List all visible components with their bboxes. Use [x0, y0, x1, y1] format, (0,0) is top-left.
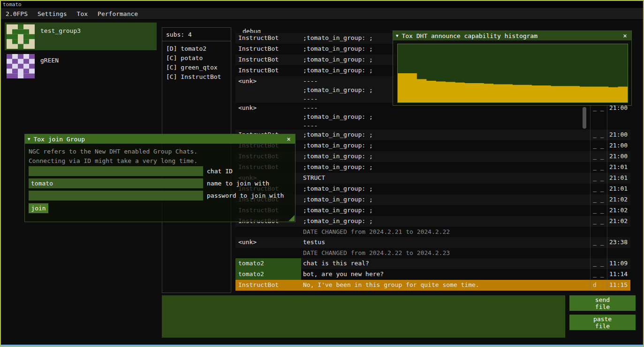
message-time: 21:02: [609, 217, 628, 224]
message-status: _ _: [593, 196, 604, 203]
sender-name: InstructBot: [238, 45, 279, 52]
group-avatar: [7, 54, 35, 78]
message-input[interactable]: [162, 295, 565, 338]
message-row[interactable]: tomato2chat is this real?_ _11:09: [235, 258, 630, 269]
message-status: _ _: [593, 131, 604, 138]
send-file-button-line2: file: [595, 303, 610, 310]
menu-tox[interactable]: Tox: [77, 10, 88, 17]
date-change-text: DATE CHANGED from 2024.2.21 to 2024.2.22: [303, 228, 450, 235]
sender-name: tomato2: [238, 260, 264, 267]
histogram-window: ▼ Tox DHT announce capability histogram …: [393, 31, 632, 106]
message-text: ;tomato_in_group: ;: [303, 163, 373, 170]
histogram-window-titlebar[interactable]: ▼ Tox DHT announce capability histogram …: [393, 31, 631, 40]
message-text: ;tomato_in_group: ;: [303, 153, 373, 160]
date-change-text: DATE CHANGED from 2024.2.22 to 2024.2.23: [303, 249, 450, 256]
message-status: _ _: [593, 270, 604, 278]
menu-bar: 2.0FPS SettingsToxPerformance: [1, 8, 643, 20]
histogram-plot-svg: [398, 44, 628, 102]
message-status: _ _: [593, 217, 604, 224]
message-row[interactable]: tomato2bot, are you new here?_ _11:14: [235, 269, 630, 280]
fps-counter: 2.0FPS: [6, 10, 28, 17]
message-status: _ _: [593, 207, 604, 214]
message-status: _ _: [593, 260, 604, 267]
message-status: _ _: [593, 153, 604, 160]
join-group-window: ▼ Tox join Group × NGC refers to the New…: [24, 134, 295, 222]
sender-name: InstructBot: [238, 281, 279, 288]
message-time: 21:01: [609, 163, 628, 170]
group-name: test_group3: [40, 27, 81, 34]
chat-scrollbar[interactable]: [583, 107, 586, 129]
member-item[interactable]: [C] InstructBot: [166, 73, 221, 82]
resize-grip[interactable]: [288, 215, 295, 221]
send-file-button-line1: send: [595, 296, 610, 303]
sender-name: <unk>: [238, 77, 257, 85]
message-text: ----: [303, 122, 318, 129]
message-text: ;tomato_in_group: ;: [303, 86, 373, 93]
message-text: ;tomato_in_group: ;: [303, 185, 373, 192]
message-row[interactable]: <unk>testus_ _23:38: [235, 237, 630, 248]
message-row[interactable]: <unk>----;tomato_in_group: ;----_ _21:00: [235, 103, 630, 130]
join-window-titlebar[interactable]: ▼ Tox join Group ×: [25, 134, 295, 144]
members-header: subs: 4: [166, 31, 192, 38]
menu-settings[interactable]: Settings: [38, 10, 67, 17]
join-button[interactable]: join: [29, 203, 48, 213]
collapse-arrow-icon[interactable]: ▼: [28, 137, 30, 141]
message-time: 11:09: [609, 260, 628, 267]
message-time: 21:02: [609, 196, 628, 203]
member-item[interactable]: [C] green_qtox: [166, 64, 218, 72]
collapse-arrow-icon[interactable]: ▼: [396, 33, 398, 38]
message-time: 21:01: [609, 174, 628, 181]
message-text: ;tomato_in_group: ;: [303, 207, 373, 214]
app-window: tomato 2.0FPS SettingsToxPerformance tes…: [0, 0, 644, 347]
group-list-item-gREEN[interactable]: gREEN: [5, 52, 157, 80]
message-text: ;tomato_in_group: ;: [303, 56, 373, 63]
message-text: ;tomato_in_group: ;: [303, 45, 373, 52]
group-list-item-test_group3[interactable]: test_group3: [5, 23, 157, 50]
date-change-row[interactable]: DATE CHANGED from 2024.2.22 to 2024.2.23: [235, 248, 630, 258]
chat-id-input[interactable]: [29, 166, 203, 176]
message-time: 11:14: [609, 270, 628, 278]
close-icon[interactable]: ×: [285, 135, 292, 143]
message-time: 21:02: [609, 207, 628, 214]
join-password-input[interactable]: [29, 191, 203, 200]
message-text: ;tomato_in_group: ;: [303, 196, 373, 203]
message-time: 11:15: [609, 281, 628, 288]
paste-file-button-line1: paste: [593, 316, 612, 323]
message-time: 21:01: [609, 185, 628, 192]
message-time: 21:00: [609, 131, 628, 138]
window-titlebar[interactable]: tomato: [1, 1, 643, 8]
histogram-window-title: Tox DHT announce capability histogram: [402, 32, 621, 39]
close-icon[interactable]: ×: [621, 32, 629, 39]
message-text: chat is this real?: [303, 260, 369, 267]
message-status: _ _: [593, 142, 604, 149]
group-name: gREEN: [40, 57, 59, 64]
separator: [162, 41, 231, 41]
group-avatar: [7, 24, 35, 49]
message-text: ;tomato_in_group: ;: [303, 142, 373, 149]
member-item[interactable]: [C] potato: [166, 54, 203, 63]
message-status: d: [593, 281, 597, 288]
message-row[interactable]: InstructBotNo, I've been in this group f…: [235, 280, 630, 291]
join-description-line2: Connecting via ID might take a very long…: [29, 157, 197, 164]
sender-name: tomato2: [238, 270, 264, 278]
sender-name: <unk>: [238, 104, 257, 111]
message-text: ;tomato_in_group: ;: [303, 217, 373, 224]
member-item[interactable]: [D] tomato2: [166, 45, 206, 54]
message-status: _ _: [593, 174, 604, 181]
date-change-row[interactable]: DATE CHANGED from 2024.2.21 to 2024.2.22: [235, 227, 630, 237]
histogram-window-body: [393, 40, 631, 105]
join-name-label: name to join with: [207, 180, 269, 187]
sender-name: InstructBot: [238, 67, 279, 74]
message-text: ----: [303, 104, 318, 111]
send-file-button[interactable]: send file: [569, 295, 636, 311]
message-text: ;tomato_in_group: ;: [303, 131, 373, 138]
histogram-plot: [397, 44, 628, 103]
menu-performance[interactable]: Performance: [98, 10, 138, 17]
message-text: testus: [303, 239, 325, 246]
sender-name: InstructBot: [238, 34, 279, 41]
paste-file-button[interactable]: paste file: [569, 315, 636, 330]
chat-id-label: chat ID: [207, 168, 233, 175]
message-text: ;tomato_in_group: ;: [303, 67, 373, 74]
message-status: _ _: [593, 239, 604, 246]
join-name-input[interactable]: [29, 178, 203, 188]
